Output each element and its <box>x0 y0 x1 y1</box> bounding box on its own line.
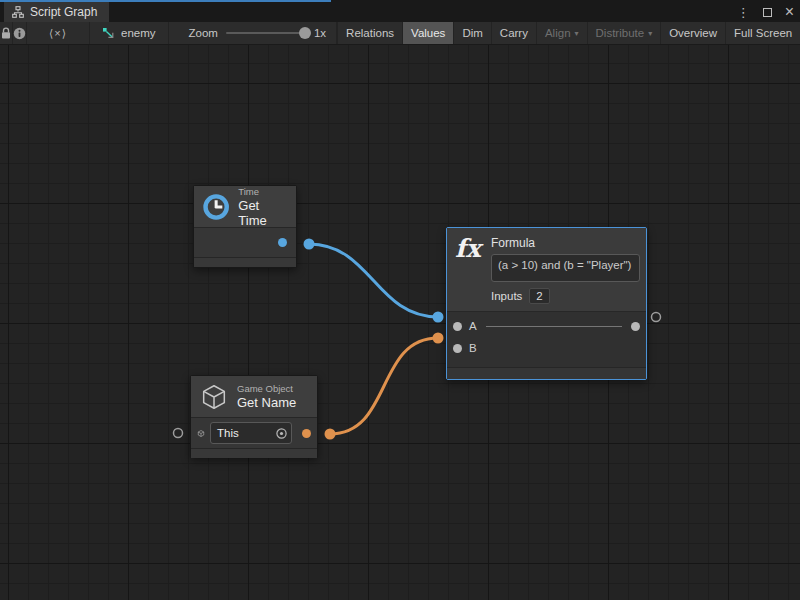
script-graph-window: Script Graph ⋮ × ⟨×⟩ <box>0 0 800 600</box>
node-formula-footer <box>447 367 646 379</box>
window-menu-icon[interactable]: ⋮ <box>737 6 750 19</box>
tab-bar: Script Graph ⋮ × <box>0 0 800 22</box>
breadcrumb-graph-name: enemy <box>121 27 156 39</box>
carry-button[interactable]: Carry <box>491 22 536 44</box>
distribute-label: Distribute <box>596 27 645 39</box>
values-button[interactable]: Values <box>402 22 453 44</box>
object-picker-icon[interactable] <box>275 427 288 440</box>
node-category: Game Object <box>237 383 296 395</box>
full-screen-label: Full Screen <box>734 27 792 39</box>
graph-toolbar: ⟨×⟩ enemy Zoom 1x Relations Values <box>0 22 800 45</box>
output-port[interactable] <box>302 429 311 438</box>
cube-port-icon <box>197 426 205 441</box>
wire-endpoint[interactable] <box>304 239 315 250</box>
distribute-button[interactable]: Distribute ▾ <box>587 22 661 44</box>
formula-expression-input[interactable]: (a > 10) and (b = "Player") <box>491 254 640 282</box>
zoom-control: Zoom 1x <box>189 22 338 44</box>
tab-title: Script Graph <box>30 5 97 19</box>
node-get-name-body: This <box>191 418 317 448</box>
maximize-icon[interactable] <box>763 8 772 17</box>
align-button[interactable]: Align ▾ <box>536 22 587 44</box>
node-get-name[interactable]: Game Object Get Name This <box>190 375 318 458</box>
lock-icon <box>0 26 12 40</box>
node-formula-header[interactable]: fx Formula (a > 10) and (b = "Player") I… <box>447 228 646 312</box>
code-view-button[interactable]: ⟨×⟩ <box>27 22 90 44</box>
wire-get-time-to-formula-a[interactable] <box>309 244 438 317</box>
values-label: Values <box>411 27 445 39</box>
toolbar-toggle-group: Relations Values Dim Carry Align ▾ Distr… <box>337 22 800 44</box>
info-button[interactable] <box>13 22 27 44</box>
node-get-time-body <box>194 228 296 257</box>
input-port-a-label: A <box>469 320 477 332</box>
node-formula[interactable]: fx Formula (a > 10) and (b = "Player") I… <box>446 227 647 380</box>
relations-button[interactable]: Relations <box>337 22 402 44</box>
full-screen-button[interactable]: Full Screen <box>725 22 800 44</box>
formula-fx-icon: fx <box>455 236 491 304</box>
port-row-b: B <box>447 337 646 359</box>
clock-icon <box>202 192 230 222</box>
relations-label: Relations <box>346 27 394 39</box>
zoom-slider-handle[interactable] <box>299 27 311 39</box>
graph-asset-icon <box>102 27 115 39</box>
carry-label: Carry <box>500 27 528 39</box>
cube-icon <box>199 382 229 412</box>
node-title: Formula <box>491 236 640 250</box>
wire-get-name-to-formula-b[interactable] <box>330 338 438 434</box>
angle-x-icon: ⟨×⟩ <box>35 27 81 40</box>
node-title: Get Name <box>237 395 296 410</box>
dim-button[interactable]: Dim <box>453 22 490 44</box>
node-title: Get Time <box>238 198 288 228</box>
breadcrumb-graph[interactable]: enemy <box>90 22 169 44</box>
window-controls: ⋮ × <box>737 2 794 22</box>
close-icon[interactable]: × <box>785 4 794 20</box>
lock-button[interactable] <box>0 22 13 44</box>
inputs-count-field[interactable]: 2 <box>529 288 549 304</box>
chevron-down-icon: ▾ <box>648 29 652 38</box>
wire-endpoint[interactable] <box>433 312 444 323</box>
input-port-a[interactable] <box>453 322 462 331</box>
input-port-b[interactable] <box>453 344 462 353</box>
overview-button[interactable]: Overview <box>660 22 725 44</box>
target-object-value: This <box>217 427 239 439</box>
tab-script-graph[interactable]: Script Graph <box>4 2 109 22</box>
zoom-label: Zoom <box>189 27 218 39</box>
dim-label: Dim <box>462 27 482 39</box>
connection-layer <box>0 45 800 600</box>
formula-output-port-unconnected[interactable] <box>652 313 661 322</box>
node-formula-ports: A B <box>447 312 646 367</box>
node-category: Time <box>238 186 288 198</box>
node-get-name-footer <box>191 448 317 458</box>
input-port-b-label: B <box>469 342 477 354</box>
relation-line <box>486 326 622 327</box>
node-get-name-header[interactable]: Game Object Get Name <box>191 376 317 418</box>
wire-endpoint[interactable] <box>433 333 444 344</box>
output-port-inner[interactable] <box>631 322 640 331</box>
node-get-time-footer <box>194 257 296 267</box>
wire-endpoint[interactable] <box>325 429 336 440</box>
chevron-down-icon: ▾ <box>575 29 579 38</box>
inputs-label: Inputs <box>491 290 522 302</box>
port-row-a: A <box>447 315 646 337</box>
zoom-slider[interactable] <box>226 32 306 34</box>
align-label: Align <box>545 27 571 39</box>
graph-canvas[interactable]: Time Get Time fx Formula (a > 10) and (b… <box>0 45 800 600</box>
get-name-input-port-unconnected[interactable] <box>174 429 183 438</box>
output-port[interactable] <box>278 238 287 247</box>
target-object-field[interactable]: This <box>210 422 292 444</box>
graph-hierarchy-icon <box>12 6 24 18</box>
info-icon <box>13 27 26 40</box>
node-get-time[interactable]: Time Get Time <box>193 185 297 268</box>
zoom-value: 1x <box>314 27 326 39</box>
overview-label: Overview <box>669 27 717 39</box>
node-get-time-header[interactable]: Time Get Time <box>194 186 296 228</box>
